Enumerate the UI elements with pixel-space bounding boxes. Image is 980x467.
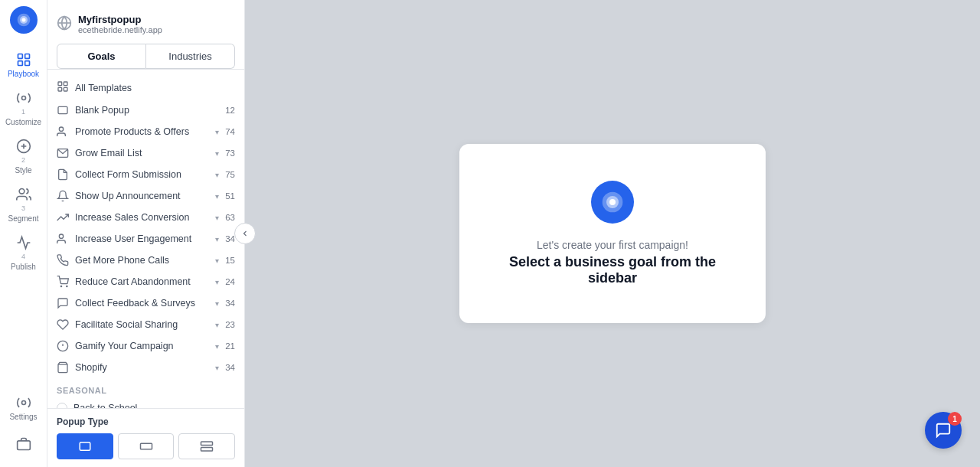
sidebar-header: Myfirstpopup ecethebride.netlify.app Goa…	[47, 0, 244, 70]
svg-rect-15	[64, 82, 67, 86]
cart-icon	[57, 276, 69, 288]
phone-icon	[57, 254, 69, 266]
popup-type-inline-btn[interactable]	[118, 433, 175, 459]
feedback-icon	[57, 297, 69, 309]
item-label: Back to School	[74, 403, 235, 408]
gamify-icon	[57, 340, 69, 352]
radio-back-to-school[interactable]	[57, 403, 67, 408]
center-card: Let's create your first campaign! Select…	[459, 144, 766, 323]
seasonal-section-label: Seasonal	[47, 378, 244, 398]
chat-bubble-button[interactable]: 1	[925, 412, 962, 449]
list-item[interactable]: Get More Phone Calls ▾ 15	[47, 250, 244, 271]
shopify-icon	[57, 361, 69, 374]
center-card-subtitle: Let's create your first campaign!	[537, 239, 688, 251]
icon-bar-bottom: Settings	[0, 389, 47, 467]
tab-industries[interactable]: Industries	[146, 44, 235, 69]
user-icon	[57, 233, 69, 245]
sidebar-item-playbook[interactable]: Playbook	[0, 46, 47, 84]
collapse-sidebar-button[interactable]	[234, 223, 256, 244]
item-count: 23	[225, 320, 235, 329]
item-label: Reduce Cart Abandonment	[75, 276, 209, 287]
list-item[interactable]: Increase Sales Conversion ▾ 63	[47, 207, 244, 228]
list-item[interactable]: Facilitate Social Sharing ▾ 23	[47, 314, 244, 335]
style-label: Style	[15, 166, 31, 175]
svg-point-7	[21, 96, 25, 100]
list-item[interactable]: Back to School	[47, 398, 244, 408]
app-title-group: Myfirstpopup ecethebride.netlify.app	[78, 14, 162, 34]
grid-icon	[57, 80, 69, 95]
chevron-down-icon: ▾	[215, 278, 219, 286]
sidebar-list: All Templates Blank Popup 12 Promote Pro…	[47, 70, 244, 408]
svg-point-23	[67, 286, 67, 286]
app-logo[interactable]	[10, 6, 38, 34]
tab-goals[interactable]: Goals	[57, 44, 146, 69]
center-card-title: Select a business goal from the sidebar	[508, 254, 717, 286]
list-item[interactable]: Promote Products & Offers ▾ 74	[47, 121, 244, 142]
style-step: 2	[21, 156, 25, 164]
list-item[interactable]: Increase User Engagement ▾ 34	[47, 228, 244, 250]
list-item[interactable]: Show Up Announcement ▾ 51	[47, 185, 244, 207]
chevron-down-icon: ▾	[215, 342, 219, 351]
svg-rect-6	[24, 61, 29, 66]
popup-icon	[57, 104, 69, 116]
list-item[interactable]: Collect Form Submission ▾ 75	[47, 164, 244, 185]
list-item[interactable]: Shopify ▾ 34	[47, 357, 244, 378]
sidebar-item-briefcase[interactable]	[0, 430, 47, 458]
item-label: Grow Email List	[75, 148, 209, 158]
svg-rect-14	[58, 82, 62, 86]
svg-point-10	[21, 401, 25, 405]
item-count: 34	[225, 299, 235, 308]
list-item[interactable]: Reduce Cart Abandonment ▾ 24	[47, 271, 244, 292]
item-count: 63	[225, 213, 235, 222]
list-item[interactable]: Collect Feedback & Surveys ▾ 34	[47, 292, 244, 314]
svg-point-21	[59, 234, 63, 238]
list-item[interactable]: Blank Popup 12	[47, 100, 244, 121]
sidebar-item-style[interactable]: 2 Style	[0, 132, 47, 181]
icon-bar: Playbook 1 Customize 2 Style 3 Segment 4…	[0, 0, 47, 467]
main-area: Let's create your first campaign! Select…	[245, 0, 980, 467]
chevron-down-icon: ▾	[215, 171, 219, 179]
list-item[interactable]: Gamify Your Campaign ▾ 21	[47, 335, 244, 357]
item-label: Get More Phone Calls	[75, 255, 209, 266]
sidebar-item-segment[interactable]: 3 Segment	[0, 181, 47, 229]
item-count: 21	[225, 341, 235, 351]
popup-type-bar: Popup Type	[47, 408, 244, 467]
item-label: Promote Products & Offers	[75, 126, 209, 137]
svg-rect-30	[201, 448, 213, 452]
settings-label: Settings	[9, 413, 37, 421]
svg-point-2	[21, 18, 25, 22]
form-icon	[57, 168, 69, 181]
playbook-label: Playbook	[8, 70, 39, 78]
sidebar-item-settings[interactable]: Settings	[0, 389, 47, 427]
chevron-down-icon: ▾	[215, 235, 219, 243]
sidebar-item-publish[interactable]: 4 Publish	[0, 229, 47, 277]
item-count: 75	[225, 170, 235, 179]
popup-type-sticky-btn[interactable]	[178, 433, 235, 459]
svg-rect-11	[17, 441, 30, 450]
list-item[interactable]: Grow Email List ▾ 73	[47, 142, 244, 164]
email-icon	[57, 147, 69, 159]
all-templates-label: All Templates	[75, 83, 132, 93]
item-label: Increase User Engagement	[75, 234, 209, 244]
segment-label: Segment	[8, 214, 38, 223]
item-count: 15	[225, 256, 235, 265]
sidebar-item-customize[interactable]: 1 Customize	[0, 84, 47, 132]
popup-type-label: Popup Type	[57, 416, 235, 427]
item-label: Shopify	[75, 362, 209, 373]
tabs-row: Goals Industries	[57, 44, 235, 69]
item-label: Facilitate Social Sharing	[75, 319, 209, 330]
item-label: Gamify Your Campaign	[75, 341, 209, 351]
svg-rect-3	[18, 54, 22, 59]
all-templates-item[interactable]: All Templates	[47, 76, 244, 100]
app-info: Myfirstpopup ecethebride.netlify.app	[57, 9, 235, 44]
publish-step: 4	[21, 253, 25, 260]
item-label: Blank Popup	[75, 105, 219, 116]
item-count: 74	[225, 127, 235, 136]
app-subtitle: ecethebride.netlify.app	[78, 25, 162, 34]
popup-type-popup-btn[interactable]	[57, 433, 113, 459]
customize-step: 1	[21, 108, 25, 116]
bell-icon	[57, 190, 69, 202]
chevron-down-icon: ▾	[215, 256, 219, 265]
chevron-down-icon: ▾	[215, 321, 219, 329]
item-count: 24	[225, 277, 235, 286]
